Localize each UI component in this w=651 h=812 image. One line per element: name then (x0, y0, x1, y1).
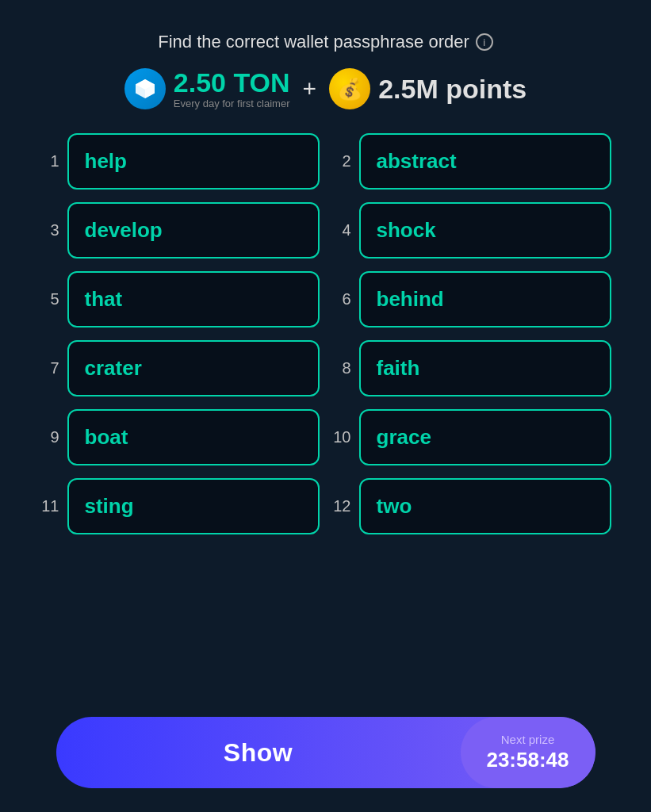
plus-sign: + (303, 75, 317, 102)
word-number: 10 (332, 428, 351, 446)
word-item: 9boat (40, 409, 320, 465)
word-box[interactable]: crater (67, 340, 320, 396)
next-prize-panel: Next prize 23:58:48 (461, 717, 595, 788)
word-item: 1help (40, 133, 320, 190)
word-item: 8faith (332, 340, 611, 396)
word-number: 6 (332, 290, 351, 308)
word-number: 4 (332, 221, 351, 239)
ton-badge: 2.50 TON Every day for first claimer (124, 68, 290, 109)
show-button[interactable]: Show (56, 738, 461, 768)
header-title: Find the correct wallet passphrase order (158, 32, 469, 52)
word-box[interactable]: two (359, 478, 611, 534)
word-box[interactable]: sting (67, 478, 320, 534)
next-prize-timer: 23:58:48 (486, 748, 569, 772)
word-item: 10grace (332, 409, 611, 465)
reward-row: 2.50 TON Every day for first claimer + 💰… (124, 68, 527, 109)
word-number: 11 (40, 497, 59, 515)
ton-logo-icon (124, 68, 166, 109)
words-grid: 1help2abstract3develop4shock5that6behind… (33, 133, 619, 534)
next-prize-label: Next prize (501, 733, 555, 746)
ton-value: 2.50 TON (174, 69, 290, 96)
coin-icon: 💰 (329, 68, 370, 109)
bottom-bar[interactable]: Show Next prize 23:58:48 (56, 717, 595, 788)
word-box[interactable]: behind (359, 271, 611, 327)
word-box[interactable]: that (67, 271, 320, 327)
word-item: 4shock (332, 202, 611, 259)
word-item: 7crater (40, 340, 320, 396)
ton-sub: Every day for first claimer (174, 98, 290, 109)
word-box[interactable]: boat (67, 409, 320, 465)
word-box[interactable]: help (67, 133, 320, 190)
word-number: 12 (332, 497, 351, 515)
word-item: 5that (40, 271, 320, 327)
word-box[interactable]: develop (67, 202, 320, 259)
page-header: Find the correct wallet passphrase order… (158, 32, 493, 52)
word-box[interactable]: shock (359, 202, 611, 259)
word-number: 3 (40, 221, 59, 239)
points-value: 2.5M points (378, 74, 527, 105)
word-item: 12two (332, 478, 611, 534)
word-item: 3develop (40, 202, 320, 259)
word-box[interactable]: faith (359, 340, 611, 396)
info-icon[interactable]: i (476, 33, 493, 51)
word-number: 8 (332, 359, 351, 377)
word-box[interactable]: abstract (359, 133, 611, 190)
word-box[interactable]: grace (359, 409, 611, 465)
word-number: 9 (40, 428, 59, 446)
word-number: 1 (40, 152, 59, 170)
points-badge: 💰 2.5M points (329, 68, 527, 109)
word-number: 5 (40, 290, 59, 308)
word-item: 6behind (332, 271, 611, 327)
word-item: 11sting (40, 478, 320, 534)
ton-amount: 2.50 TON Every day for first claimer (174, 69, 290, 109)
word-number: 7 (40, 359, 59, 377)
word-number: 2 (332, 152, 351, 170)
word-item: 2abstract (332, 133, 611, 190)
